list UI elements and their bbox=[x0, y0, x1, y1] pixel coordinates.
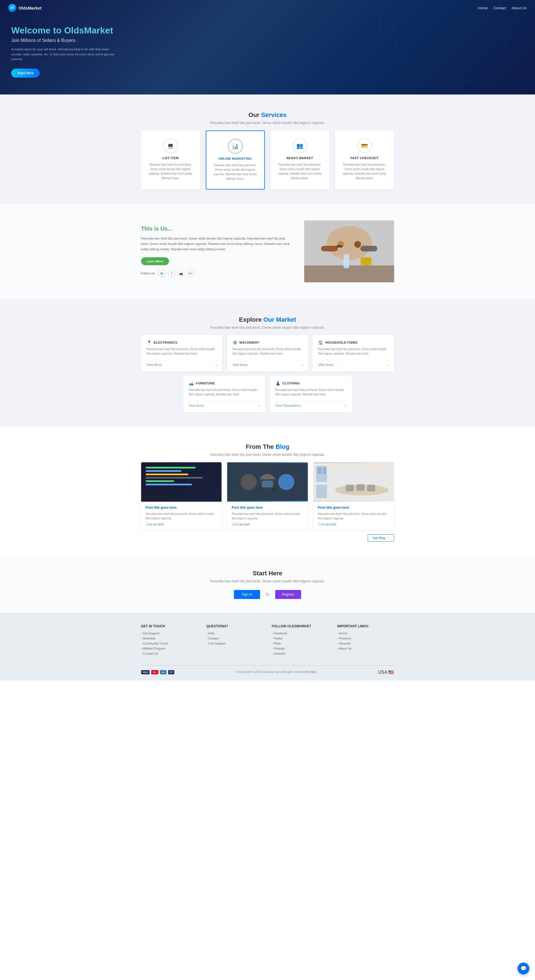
footer-link-get-support[interactable]: Get Support bbox=[141, 632, 198, 635]
machinery-view-link[interactable]: View Items › bbox=[232, 360, 303, 366]
footer-heading-contact: GET IN TOUCH bbox=[141, 624, 198, 628]
blog-body-2: Post title goes here Pancetta ham beef r… bbox=[227, 502, 308, 530]
start-buttons: Sign In Or Register bbox=[11, 590, 524, 599]
furniture-header: 🛋️ FURNITURE bbox=[189, 381, 260, 385]
household-link-text: View Items bbox=[318, 363, 333, 366]
blog-header: From The Blog Pancetta ham beef ribs jow… bbox=[11, 429, 524, 462]
fast-checkout-icon: 💳 bbox=[357, 138, 372, 153]
household-arrow: › bbox=[387, 363, 389, 366]
blog-desc-1: Pancetta ham beef ribs jowl kevin. Doner… bbox=[146, 512, 217, 521]
about-text: This is Us... Pancetta ham beef ribs jow… bbox=[141, 226, 293, 277]
ready-market-desc: Pancetta ham beef ribs jowl kevin. Doner… bbox=[276, 162, 324, 181]
visa-icon: VISA bbox=[141, 670, 150, 675]
social-icons: 🐦 f 📷 G+ bbox=[158, 270, 194, 277]
explore-card-household: 🏠 HOUSEHOLD ITEMS Pancetta ham beef ribs… bbox=[313, 335, 394, 371]
svg-rect-24 bbox=[367, 485, 375, 491]
about-image-placeholder bbox=[304, 221, 394, 282]
svg-rect-9 bbox=[360, 257, 371, 266]
start-here-button[interactable]: Start Here bbox=[11, 68, 40, 78]
service-card-fast-checkout: 💳 FAST CHECKOUT Pancetta ham beef ribs j… bbox=[335, 130, 394, 189]
blog-card-3: Post title goes here Pancetta ham beef r… bbox=[313, 462, 394, 530]
twitter-icon[interactable]: 🐦 bbox=[158, 270, 165, 277]
svg-rect-26 bbox=[313, 463, 394, 466]
footer-link-linkedin[interactable]: LinkedIn bbox=[272, 652, 329, 655]
explore-card-electronics: 📍 ELECTRONICS Pancetta ham beef ribs jow… bbox=[141, 335, 222, 371]
country-flag: USA 🇺🇸 bbox=[378, 670, 394, 675]
register-button[interactable]: Register bbox=[275, 590, 302, 599]
footer-link-contact-us[interactable]: Contact Us bbox=[141, 652, 198, 655]
explore-card-clothing: 👗 CLOTHING Pancetta ham beef ribs jowl k… bbox=[270, 376, 352, 412]
machinery-header: ⚙️ MACHINERY bbox=[232, 340, 303, 345]
service-card-ready-market: 👥 READY MARKET Pancetta ham beef ribs jo… bbox=[270, 130, 330, 189]
explore-card-machinery: ⚙️ MACHINERY Pancetta ham beef ribs jowl… bbox=[227, 335, 308, 371]
footer-link-services[interactable]: Services bbox=[337, 642, 394, 645]
logo-icon: M bbox=[8, 4, 16, 12]
electronics-label: ELECTRONICS bbox=[154, 341, 178, 344]
svg-rect-7 bbox=[343, 254, 349, 268]
learn-more-button[interactable]: Learn More bbox=[141, 257, 169, 265]
hero-title-prefix: Welcome to bbox=[11, 25, 64, 35]
clothing-view-link[interactable]: View Transactions › bbox=[276, 401, 346, 407]
nav-about[interactable]: About Us bbox=[512, 6, 527, 10]
paypal-icon: PP bbox=[168, 670, 175, 675]
facebook-icon[interactable]: f bbox=[168, 270, 175, 277]
machinery-icon: ⚙️ bbox=[232, 340, 237, 345]
sign-in-button[interactable]: Sign In bbox=[234, 590, 260, 599]
footer-link-flickr[interactable]: Flickr bbox=[272, 642, 329, 645]
footer-link-about-us[interactable]: About Us bbox=[337, 647, 394, 650]
svg-rect-3 bbox=[360, 246, 377, 251]
blog-title: From The Blog bbox=[17, 443, 518, 450]
blog-body-1: Post title goes here Pancetta ham beef r… bbox=[141, 502, 222, 530]
furniture-arrow: › bbox=[259, 404, 260, 407]
svg-rect-19 bbox=[318, 467, 321, 474]
list-item-label: LIST ITEM bbox=[147, 156, 195, 160]
blog-grid: Post title goes here Pancetta ham beef r… bbox=[141, 462, 394, 530]
footer-link-youtube[interactable]: Youtube bbox=[272, 647, 329, 650]
footer-link-advertise[interactable]: Advertise bbox=[141, 636, 198, 640]
footer-link-products[interactable]: Products bbox=[337, 636, 394, 640]
blog-card-2: Post title goes here Pancetta ham beef r… bbox=[227, 462, 308, 530]
nav-contact[interactable]: Contact bbox=[494, 6, 506, 10]
copyright-text: © Copyright © 2018 Company name All righ… bbox=[236, 670, 317, 674]
clothing-icon: 👗 bbox=[276, 381, 280, 385]
footer-link-home[interactable]: Home bbox=[337, 632, 394, 635]
footer-link-live-support[interactable]: Live Support bbox=[206, 642, 264, 645]
online-marketing-desc: Pancetta ham beef ribs jowl kevin. Doner… bbox=[212, 163, 259, 181]
furniture-desc: Pancetta ham beef ribs jowl kevin. Doner… bbox=[189, 388, 260, 397]
electronics-view-link[interactable]: View Items › bbox=[147, 360, 217, 366]
start-subtitle: Pancetta ham beef ribs jowl kevin. Doner… bbox=[11, 579, 524, 583]
footer-link-contact[interactable]: Contact bbox=[206, 636, 264, 640]
blog-image-1 bbox=[141, 462, 222, 502]
nav-logo[interactable]: M OldsMarket bbox=[8, 4, 41, 12]
footer-link-affiliate[interactable]: Affiliate Program bbox=[141, 647, 198, 650]
svg-rect-20 bbox=[323, 467, 326, 474]
footer-link-help[interactable]: Help bbox=[206, 632, 264, 635]
nav-links: Home Contact About Us bbox=[478, 6, 527, 10]
explore-bottom-grid: 🛋️ FURNITURE Pancetta ham beef ribs jowl… bbox=[183, 376, 352, 412]
visit-blog-row: Visit Blog → bbox=[141, 534, 394, 542]
footer-link-twitter[interactable]: Twitter bbox=[272, 636, 329, 640]
footer-heading-important: IMPORTANT LINKS: bbox=[337, 624, 394, 628]
svg-rect-2 bbox=[321, 246, 338, 251]
hero-content: Welcome to OldsMarket Join Millions of S… bbox=[11, 25, 146, 78]
footer-link-community[interactable]: Community Forum bbox=[141, 642, 198, 645]
furniture-view-link[interactable]: View Items › bbox=[189, 401, 260, 407]
service-card-online-marketing: 📊 ONLINE MARKETING Pancetta ham beef rib… bbox=[206, 130, 265, 189]
nav-home[interactable]: Home bbox=[478, 6, 488, 10]
instagram-icon[interactable]: 📷 bbox=[178, 270, 185, 277]
household-view-link[interactable]: View Items › bbox=[318, 360, 388, 366]
footer-col-important: IMPORTANT LINKS: Home Products Services … bbox=[337, 624, 394, 657]
explore-section: Explore Our Market Pancetta ham beef rib… bbox=[0, 299, 535, 426]
blog-desc-2: Pancetta ham beef ribs jowl kevin. Doner… bbox=[232, 512, 303, 521]
blog-title-1: Post title goes here bbox=[146, 506, 217, 509]
clothing-label: CLOTHING bbox=[283, 382, 300, 385]
household-desc: Pancetta ham beef ribs jowl kevin. Doner… bbox=[318, 347, 388, 356]
blog-title-2: Post title goes here bbox=[232, 506, 303, 509]
googleplus-icon[interactable]: G+ bbox=[187, 270, 194, 277]
hero-subtitle: Join Millions of Sellers & Buyers. bbox=[11, 38, 146, 43]
footer-link-facebook[interactable]: Facebook bbox=[272, 632, 329, 635]
services-grid: 💻 LIST ITEM Pancetta ham beef ribs jowl … bbox=[141, 130, 394, 189]
svg-point-12 bbox=[241, 474, 257, 490]
blog-image-2 bbox=[227, 462, 308, 502]
visit-blog-button[interactable]: Visit Blog → bbox=[368, 534, 394, 542]
